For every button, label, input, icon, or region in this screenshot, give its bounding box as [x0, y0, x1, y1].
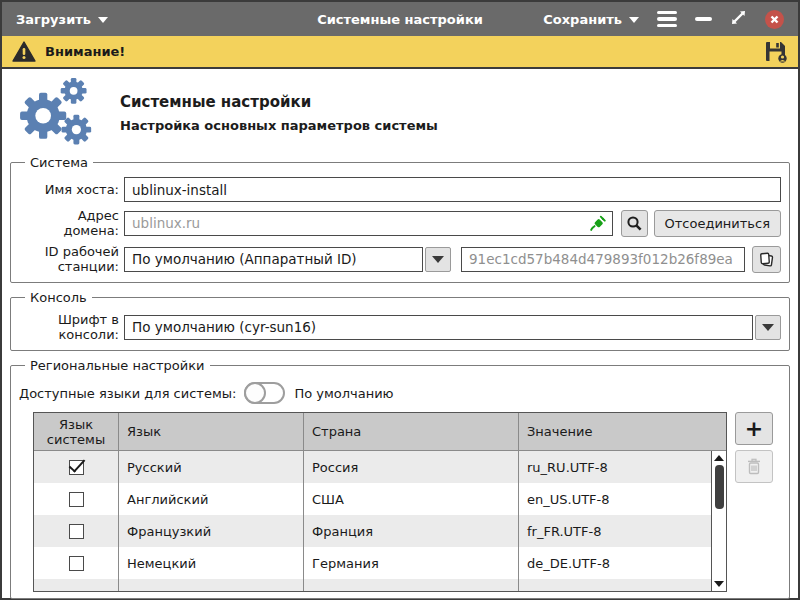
country-cell: Франция [303, 515, 518, 547]
available-languages-label: Доступные языки для системы: [19, 386, 236, 401]
hostname-label: Имя хоста: [19, 182, 119, 197]
domain-input[interactable] [124, 211, 613, 236]
toggle-knob [244, 382, 266, 404]
column-header-language[interactable]: Язык [118, 413, 303, 450]
plug-connected-icon [590, 215, 607, 232]
console-legend: Консоль [25, 290, 92, 305]
system-language-checkbox[interactable] [69, 524, 84, 539]
delete-language-button[interactable] [735, 450, 773, 483]
scroll-down-icon[interactable] [714, 581, 724, 587]
console-font-selected[interactable]: По умолчанию (cyr-sun16) [124, 315, 753, 340]
close-icon [769, 14, 780, 25]
table-row[interactable]: Французкий Франция fr_FR.UTF-8 [34, 515, 726, 547]
scroll-up-icon[interactable] [714, 455, 724, 461]
close-button[interactable] [765, 10, 784, 29]
minimize-icon [695, 17, 712, 21]
workstation-id-value [461, 247, 745, 272]
table-row[interactable]: Немецкий Германия de_DE.UTF-8 [34, 547, 726, 579]
titlebar: Загрузить Системные настройки Сохранить [2, 2, 798, 36]
window-title: Системные настройки [317, 12, 483, 27]
table-row[interactable]: Русский Россия ru_RU.UTF-8 [34, 451, 726, 483]
resize-button[interactable] [730, 9, 747, 30]
copy-icon [758, 251, 775, 268]
language-cell: Немецкий [118, 547, 303, 579]
system-fieldset: Система Имя хоста: Адрес домена: [10, 155, 790, 283]
save-changes-button[interactable] [763, 39, 788, 64]
chevron-down-icon [432, 256, 444, 263]
add-language-button[interactable]: + [735, 412, 773, 445]
minimize-button[interactable] [695, 17, 712, 21]
value-cell: en_US.UTF-8 [518, 483, 726, 515]
chevron-down-icon [629, 17, 639, 23]
value-cell: ru_RU.UTF-8 [518, 451, 726, 483]
workstation-id-label: ID рабочей станции: [19, 244, 119, 274]
toggle-state-label: По умолчанию [294, 386, 393, 401]
table-body: Русский Россия ru_RU.UTF-8 Английский СШ… [34, 451, 726, 591]
chevron-down-icon [762, 324, 774, 331]
page-subtitle: Настройка основных параметров системы [120, 118, 438, 133]
hostname-input[interactable] [124, 177, 781, 202]
regional-legend: Региональные настройки [25, 358, 210, 373]
load-label: Загрузить [16, 12, 91, 27]
console-fieldset: Консоль Шрифт в консоли: По умолчанию (c… [10, 290, 790, 351]
language-cell: Французкий [118, 515, 303, 547]
system-legend: Система [25, 155, 93, 170]
languages-default-toggle[interactable] [244, 382, 285, 404]
workstation-id-select[interactable]: По умолчанию (Аппаратный ID) [124, 247, 451, 272]
languages-table: Язык системы Язык Страна Значение Русски… [33, 412, 727, 592]
column-header-system-language[interactable]: Язык системы [34, 413, 118, 450]
menu-button[interactable] [657, 11, 677, 28]
save-dropdown-button[interactable]: Сохранить [543, 12, 639, 27]
system-language-checkbox[interactable] [69, 556, 84, 571]
load-dropdown-button[interactable]: Загрузить [16, 12, 108, 27]
floppy-save-icon [763, 39, 788, 64]
column-header-country[interactable]: Страна [303, 413, 518, 450]
domain-label: Адрес домена: [19, 208, 119, 238]
gears-icon [14, 77, 100, 149]
country-cell: Германия [303, 547, 518, 579]
plus-icon: + [745, 416, 763, 441]
table-header-row: Язык системы Язык Страна Значение [34, 413, 726, 451]
regional-fieldset: Региональные настройки Доступные языки д… [10, 358, 790, 599]
console-font-label: Шрифт в консоли: [19, 312, 119, 342]
warning-icon [12, 41, 36, 62]
system-language-checkbox[interactable] [69, 492, 84, 507]
save-label: Сохранить [543, 12, 622, 27]
value-cell: de_DE.UTF-8 [518, 547, 726, 579]
alert-text: Внимание! [45, 44, 125, 59]
copy-id-button[interactable] [752, 246, 781, 273]
page-title: Системные настройки [120, 93, 438, 111]
table-row[interactable]: Английский США en_US.UTF-8 [34, 483, 726, 515]
value-cell: fr_FR.UTF-8 [518, 515, 726, 547]
search-icon [626, 215, 643, 232]
column-header-value[interactable]: Значение [518, 413, 726, 450]
language-cell: Английский [118, 483, 303, 515]
chevron-down-icon [98, 17, 108, 23]
table-row-empty [34, 579, 726, 591]
console-font-dropdown-button[interactable] [755, 315, 781, 340]
alert-bar: Внимание! [2, 36, 798, 69]
disconnect-button[interactable]: Отсоединиться [654, 210, 782, 237]
table-scrollbar[interactable] [711, 451, 726, 591]
resize-icon [730, 9, 747, 26]
domain-search-button[interactable] [621, 210, 648, 237]
page-header: Системные настройки Настройка основных п… [2, 69, 798, 155]
language-cell: Русский [118, 451, 303, 483]
workstation-id-dropdown-button[interactable] [425, 247, 451, 272]
country-cell: Россия [303, 451, 518, 483]
system-language-checkbox[interactable] [69, 460, 84, 475]
app-window: Загрузить Системные настройки Сохранить [0, 0, 800, 600]
trash-icon [746, 458, 762, 475]
scrollbar-thumb[interactable] [715, 465, 724, 509]
console-font-select[interactable]: По умолчанию (cyr-sun16) [124, 315, 781, 340]
workstation-id-selected[interactable]: По умолчанию (Аппаратный ID) [124, 247, 423, 272]
country-cell: США [303, 483, 518, 515]
